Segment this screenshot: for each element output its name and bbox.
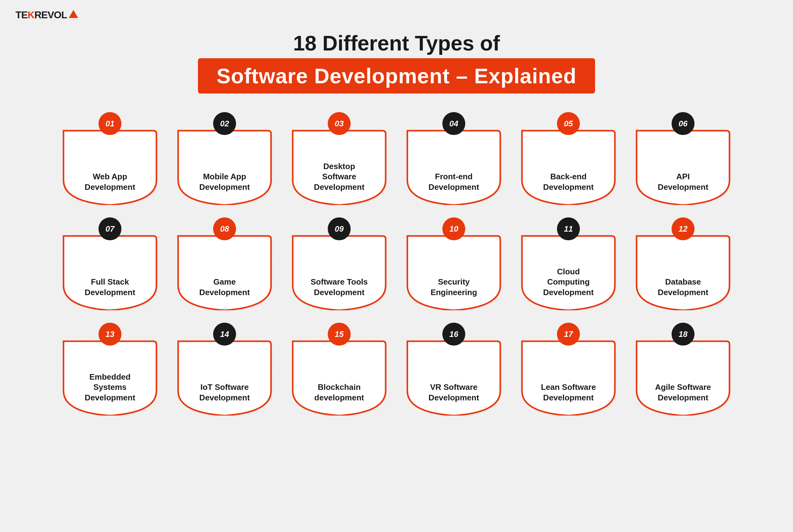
card-number-17: 17: [557, 323, 580, 346]
card-08: 08GameDevelopment: [172, 217, 277, 310]
card-label-01: Web AppDevelopment: [78, 172, 141, 193]
card-number-09: 09: [328, 217, 351, 240]
card-number-10: 10: [442, 217, 465, 240]
card-number-03: 03: [328, 112, 351, 135]
card-label-04: Front-endDevelopment: [422, 172, 485, 193]
card-label-14: IoT SoftwareDevelopment: [193, 382, 256, 403]
card-06: 06APIDevelopment: [630, 112, 736, 205]
card-label-03: DesktopSoftwareDevelopment: [308, 162, 371, 193]
card-04: 04Front-endDevelopment: [401, 112, 507, 205]
card-14: 14IoT SoftwareDevelopment: [172, 323, 277, 416]
card-number-04: 04: [442, 112, 465, 135]
card-label-10: SecurityEngineering: [424, 277, 483, 298]
cards-section: 01Web AppDevelopment 02Mobile AppDevelop…: [25, 112, 768, 416]
card-label-18: Agile SoftwareDevelopment: [649, 382, 717, 403]
card-number-01: 01: [98, 112, 121, 135]
card-label-15: Blockchaindevelopment: [308, 382, 370, 403]
card-label-12: DatabaseDevelopment: [652, 277, 714, 298]
card-number-11: 11: [557, 217, 580, 240]
header-line1: 18 Different Types of: [25, 31, 768, 55]
card-05: 05Back-endDevelopment: [516, 112, 621, 205]
card-10: 10SecurityEngineering: [401, 217, 507, 310]
card-label-17: Lean SoftwareDevelopment: [535, 382, 602, 403]
cards-row-1: 01Web AppDevelopment 02Mobile AppDevelop…: [25, 112, 768, 205]
card-15: 15Blockchaindevelopment: [286, 323, 392, 416]
header: 18 Different Types of Software Developme…: [25, 13, 768, 106]
card-number-14: 14: [213, 323, 236, 346]
card-label-02: Mobile AppDevelopment: [193, 172, 256, 193]
card-number-15: 15: [328, 323, 351, 346]
card-16: 16VR SoftwareDevelopment: [401, 323, 507, 416]
card-label-11: CloudComputingDevelopment: [537, 267, 600, 298]
card-label-07: Full StackDevelopment: [78, 277, 141, 298]
card-label-05: Back-endDevelopment: [537, 172, 600, 193]
cards-row-3: 13EmbeddedSystemsDevelopment 14IoT Softw…: [25, 323, 768, 416]
card-label-16: VR SoftwareDevelopment: [422, 382, 485, 403]
card-17: 17Lean SoftwareDevelopment: [516, 323, 621, 416]
card-number-07: 07: [98, 217, 121, 240]
card-number-13: 13: [98, 323, 121, 346]
card-13: 13EmbeddedSystemsDevelopment: [57, 323, 163, 416]
card-01: 01Web AppDevelopment: [57, 112, 163, 205]
card-number-08: 08: [213, 217, 236, 240]
card-number-06: 06: [672, 112, 695, 135]
card-number-05: 05: [557, 112, 580, 135]
card-03: 03DesktopSoftwareDevelopment: [286, 112, 392, 205]
card-number-12: 12: [672, 217, 695, 240]
card-07: 07Full StackDevelopment: [57, 217, 163, 310]
card-number-02: 02: [213, 112, 236, 135]
header-banner-text: Software Development – Explained: [216, 64, 577, 88]
header-banner: Software Development – Explained: [198, 58, 595, 94]
card-label-08: GameDevelopment: [193, 277, 256, 298]
card-label-13: EmbeddedSystemsDevelopment: [78, 372, 141, 403]
card-12: 12DatabaseDevelopment: [630, 217, 736, 310]
card-label-09: Software ToolsDevelopment: [304, 277, 374, 298]
card-number-16: 16: [442, 323, 465, 346]
card-18: 18Agile SoftwareDevelopment: [630, 323, 736, 416]
cards-row-2: 07Full StackDevelopment 08GameDevelopmen…: [25, 217, 768, 310]
card-label-06: APIDevelopment: [652, 172, 714, 193]
card-11: 11CloudComputingDevelopment: [516, 217, 621, 310]
card-02: 02Mobile AppDevelopment: [172, 112, 277, 205]
card-number-18: 18: [672, 323, 695, 346]
page-wrapper: 18 Different Types of Software Developme…: [0, 0, 793, 532]
card-09: 09Software ToolsDevelopment: [286, 217, 392, 310]
